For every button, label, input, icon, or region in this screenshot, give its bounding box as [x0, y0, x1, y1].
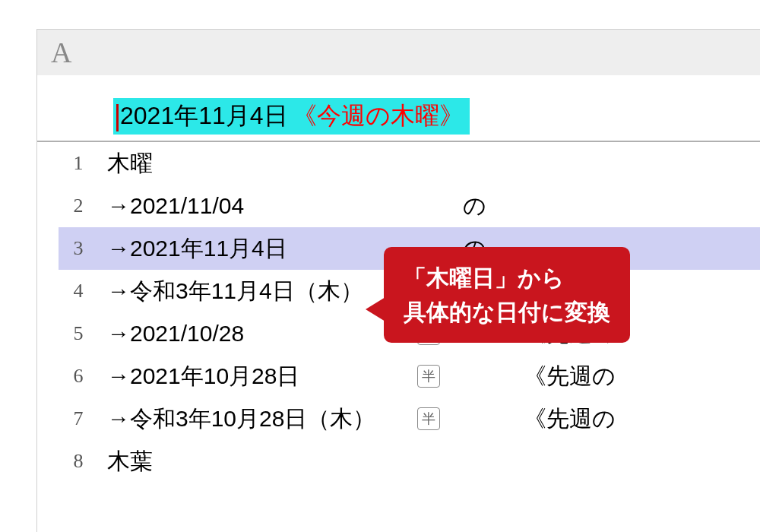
- preview-label: 《今週の木曜》: [293, 102, 464, 129]
- candidate-text: →2021/11/04: [98, 193, 417, 219]
- candidate-text: →令和3年10月28日（木）: [98, 404, 417, 435]
- window-frame: A 2021年11月4日《今週の木曜》 1 木曜 2 →2021/11/04 の…: [36, 29, 760, 532]
- preview-date: 2021年11月4日: [120, 102, 288, 129]
- text-cursor: [116, 104, 119, 131]
- candidate-text: →2021年11月4日: [98, 233, 417, 264]
- ime-preview[interactable]: 2021年11月4日《今週の木曜》: [113, 98, 470, 135]
- candidate-number: 4: [59, 280, 98, 302]
- candidate-number: 1: [59, 152, 98, 175]
- candidate-text: 木曜: [98, 148, 417, 179]
- candidate-item[interactable]: 7 →令和3年10月28日（木） 半 《先週の: [59, 397, 760, 440]
- candidate-text: →2021年10月28日: [98, 361, 417, 392]
- half-width-badge-icon: 半: [417, 365, 440, 388]
- titlebar: A: [37, 30, 760, 75]
- half-width-badge-icon: 半: [417, 407, 440, 430]
- candidate-number: 6: [59, 365, 98, 388]
- app-icon: A: [51, 36, 71, 69]
- annotation-callout: 「木曜日」から 具体的な日付に変換: [384, 247, 630, 343]
- candidate-item[interactable]: 6 →2021年10月28日 半 《先週の: [59, 355, 760, 397]
- candidate-tag: 《先週の: [524, 404, 616, 435]
- content-area: 2021年11月4日《今週の木曜》 1 木曜 2 →2021/11/04 の 3…: [37, 75, 760, 532]
- candidate-number: 7: [59, 407, 98, 430]
- candidate-tag: 《先週の: [524, 361, 616, 392]
- candidate-tag: の: [463, 191, 486, 222]
- candidate-number: 5: [59, 322, 98, 345]
- candidate-item[interactable]: 1 木曜: [59, 142, 760, 185]
- candidate-text: 木葉: [98, 446, 417, 477]
- candidate-number: 2: [59, 195, 98, 217]
- candidate-number: 3: [59, 237, 98, 260]
- candidate-number: 8: [59, 450, 98, 473]
- callout-line: 具体的な日付に変換: [404, 295, 610, 329]
- callout-line: 「木曜日」から: [404, 261, 610, 295]
- candidate-item[interactable]: 8 木葉: [59, 440, 760, 483]
- candidate-text: →2021/10/28: [98, 321, 417, 347]
- candidate-item[interactable]: 2 →2021/11/04 の: [59, 185, 760, 227]
